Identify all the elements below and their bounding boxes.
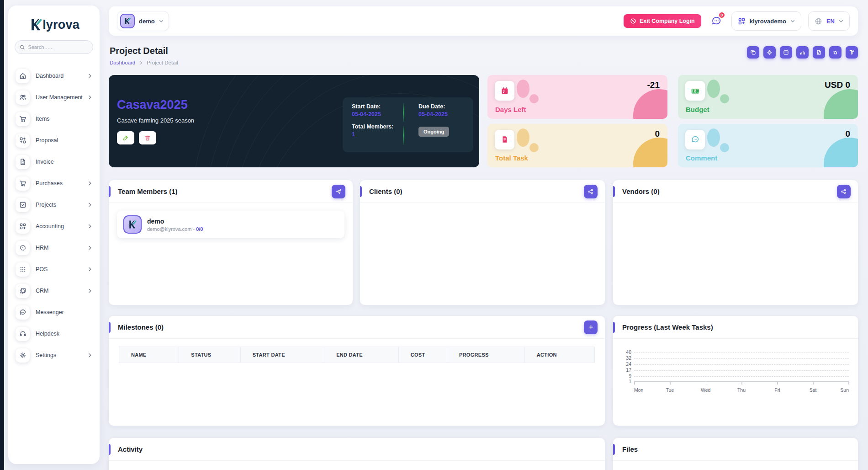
language-selector[interactable]: EN: [808, 11, 850, 31]
report-button[interactable]: [813, 46, 825, 59]
sidebar-item-purchases[interactable]: Purchases: [14, 174, 94, 192]
sidebar-item-proposal[interactable]: Proposal: [14, 131, 94, 150]
x-tick: Sun: [840, 387, 849, 393]
vendors-title: Vendors (0): [622, 187, 660, 195]
days-left-card: -21 Days Left: [487, 75, 667, 119]
progress-chart-card: Progress (Last Week Tasks) 40 32 24 17 9…: [613, 316, 858, 426]
ban-icon: [630, 18, 636, 24]
comment-card: 0 Comment: [678, 124, 858, 168]
y-tick: 17: [619, 367, 631, 373]
budget-value: USD 0: [825, 80, 850, 90]
decorative-blob: [720, 94, 729, 103]
clients-title: Clients (0): [369, 187, 402, 195]
divider: [403, 103, 404, 122]
decorative-corner: [633, 89, 667, 119]
account-menu[interactable]: klyrovademo: [731, 11, 801, 31]
users-icon: [16, 91, 30, 105]
blocks-icon: [16, 219, 30, 234]
kanban-button[interactable]: [846, 46, 858, 59]
sidebar-item-settings[interactable]: Settings: [14, 346, 94, 364]
breadcrumb-dashboard-link[interactable]: Dashboard: [110, 60, 135, 65]
notifications-button[interactable]: 0: [708, 13, 725, 29]
sidebar-item-invoice[interactable]: Invoice: [14, 153, 94, 171]
decorative-blob: [529, 143, 539, 152]
invite-member-button[interactable]: [332, 185, 345, 198]
sidebar-search[interactable]: [15, 40, 93, 54]
bug-report-button[interactable]: [829, 46, 842, 59]
calendar-button[interactable]: [780, 46, 792, 59]
sidebar-item-projects[interactable]: Projects: [14, 196, 94, 214]
column-header-progress[interactable]: PROGRESS: [447, 347, 525, 363]
decorative-blob: [720, 143, 729, 152]
y-tick: 24: [619, 361, 631, 367]
project-status-badge[interactable]: Ongoing: [418, 127, 449, 137]
chevron-right-icon: [139, 61, 143, 65]
milestones-table-header: NAME STATUS START DATE END DATE COST PRO…: [119, 347, 595, 363]
home-icon: [16, 69, 30, 83]
sidebar: lyrova Dashboard User Management: [8, 5, 100, 464]
chevron-right-icon: [88, 181, 92, 186]
gridline: [634, 352, 849, 353]
share-clients-button[interactable]: [584, 185, 598, 198]
duplicate-button[interactable]: [747, 46, 759, 59]
notification-badge: 0: [718, 11, 725, 19]
calendar-icon: [783, 49, 789, 55]
chevron-right-icon: [88, 288, 92, 293]
sidebar-item-crm[interactable]: CRM: [14, 282, 94, 300]
axis-tick: [670, 382, 671, 385]
team-members-card: Team Members (1) demo demo@klyrova.com -…: [109, 180, 353, 305]
share-icon: [841, 188, 847, 195]
pencil-icon: [122, 135, 129, 141]
sidebar-item-accounting[interactable]: Accounting: [14, 217, 94, 235]
stat-cards: -21 Days Left 0 USD 0 Budget 0 Total Tas…: [487, 75, 858, 167]
column-header-cost[interactable]: COST: [399, 347, 447, 363]
company-avatar: [120, 14, 135, 28]
invoice-icon: [16, 155, 30, 169]
page-toolbar: [747, 46, 858, 59]
chevron-down-icon: [790, 19, 795, 23]
company-name: demo: [139, 18, 155, 25]
sidebar-item-hrm[interactable]: HRM: [14, 239, 94, 257]
layers-icon: [16, 284, 30, 298]
sidebar-item-items[interactable]: Items: [14, 110, 94, 128]
sidebar-item-messenger[interactable]: Messenger: [14, 303, 94, 321]
member-name: demo: [147, 218, 203, 225]
comment-label: Comment: [686, 154, 717, 162]
total-task-value: 0: [655, 129, 660, 139]
total-members-block: Total Members: 1: [352, 123, 410, 138]
comment-value: 0: [845, 129, 850, 139]
sidebar-item-user-management[interactable]: User Management: [14, 88, 94, 107]
column-header-status[interactable]: STATUS: [179, 347, 240, 363]
sidebar-item-pos[interactable]: POS: [14, 260, 94, 278]
headset-icon: [16, 327, 30, 341]
delete-project-button[interactable]: [139, 131, 156, 144]
team-member-row[interactable]: demo demo@klyrova.com - 0/0: [117, 211, 344, 238]
project-summary-card: Casava2025 Casave farming 2025 season St…: [109, 75, 479, 167]
collapsed-nav-strip: [0, 0, 4, 470]
search-icon: [20, 44, 25, 50]
sidebar-item-dashboard[interactable]: Dashboard: [14, 67, 94, 85]
chevron-right-icon: [88, 95, 92, 100]
send-icon: [335, 188, 342, 195]
edit-project-button[interactable]: [117, 131, 134, 144]
exit-company-login-button[interactable]: Exit Company Login: [624, 14, 701, 28]
gridline: [634, 364, 849, 365]
sidebar-item-helpdesk[interactable]: Helpdesk: [14, 325, 94, 343]
gridline: [634, 370, 849, 371]
column-header-end-date[interactable]: END DATE: [324, 347, 399, 363]
column-header-start-date[interactable]: START DATE: [241, 347, 324, 363]
company-switcher[interactable]: demo: [117, 11, 169, 31]
gantt-chart-button[interactable]: [796, 46, 809, 59]
search-input[interactable]: [28, 44, 88, 50]
add-milestone-button[interactable]: [584, 320, 598, 334]
column-header-name[interactable]: NAME: [119, 347, 179, 363]
column-header-action[interactable]: ACTION: [525, 347, 595, 363]
bug-icon: [832, 49, 838, 55]
klyrova-logo[interactable]: lyrova: [8, 5, 100, 32]
project-settings-button[interactable]: [763, 46, 776, 59]
x-axis: [634, 381, 849, 382]
axis-tick: [634, 382, 635, 385]
share-vendors-button[interactable]: [837, 185, 851, 198]
clients-card: Clients (0): [360, 180, 605, 305]
cart-icon: [16, 176, 30, 191]
